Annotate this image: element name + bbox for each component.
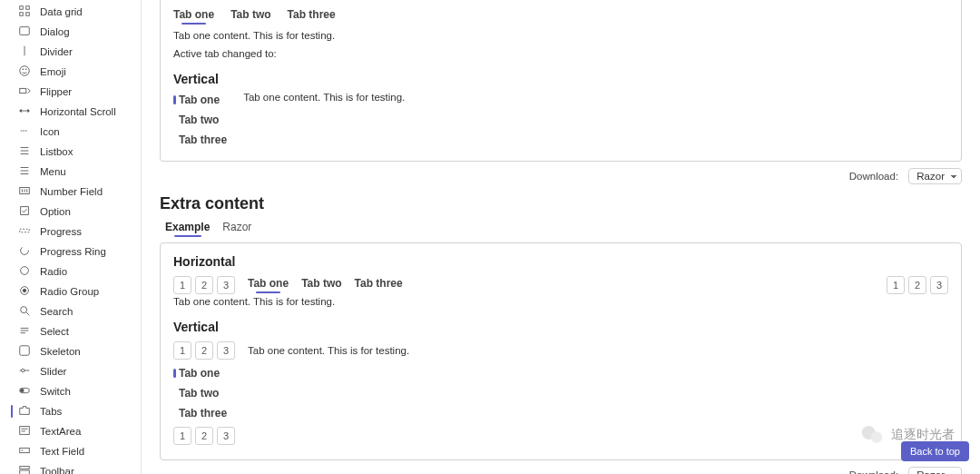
sidebar-item-flipper[interactable]: Flipper [16,83,75,101]
download-row-2: Download: Razor [160,469,962,474]
svg-rect-1 [26,6,30,10]
nav-active-indicator [11,125,13,138]
svg-rect-25 [20,470,30,474]
progress-ring-icon [18,244,31,259]
textarea-icon [18,424,31,439]
extra-vtab-two[interactable]: Tab two [173,387,948,400]
pill-3[interactable]: 3 [217,276,235,294]
svg-point-17 [21,307,27,313]
sidebar-item-label: Icon [40,126,60,137]
menu-icon [18,164,31,179]
select-icon [18,324,31,339]
svg-point-16 [23,289,26,292]
sidebar-item-label: Text Field [40,446,84,457]
sidebar-item-label: Divider [40,46,73,57]
sidebar-item-text-field[interactable]: Text Field [16,442,88,460]
switch-icon [18,384,31,399]
extra-vtab-three[interactable]: Tab three [173,407,948,420]
back-to-top-button[interactable]: Back to top [901,441,969,461]
sidebar-item-progress-ring[interactable]: Progress Ring [16,242,110,261]
sidebar-item-radio-group[interactable]: Radio Group [16,282,103,301]
horizontal-scroll-icon [18,104,31,119]
pill-r2[interactable]: 2 [908,276,926,294]
sidebar-item-switch[interactable]: Switch [16,382,74,400]
listbox-icon [18,144,31,159]
nav-active-indicator [11,185,13,198]
sidebar-item-progress[interactable]: Progress [16,222,85,241]
pill-2[interactable]: 2 [195,276,213,294]
sidebar-item-option[interactable]: Option [16,202,74,221]
pill-1[interactable]: 1 [173,276,191,294]
svg-point-8 [25,69,26,70]
sidebar-item-divider[interactable]: Divider [16,43,76,61]
extra-vertical-heading: Vertical [173,320,948,334]
vtab-two[interactable]: Tab two [173,114,227,126]
vtab-three[interactable]: Tab three [173,133,227,146]
svg-point-14 [21,267,29,275]
sidebar-item-menu[interactable]: Menu [16,163,70,181]
svg-point-21 [21,389,24,392]
sidebar-item-label: Toolbar [40,466,74,474]
sidebar-item-listbox[interactable]: Listbox [16,143,76,161]
svg-rect-23 [20,448,30,452]
sidebar-item-search[interactable]: Search [16,302,76,321]
sidebar-item-label: Progress Ring [40,246,106,257]
tab-three[interactable]: Tab three [288,8,336,25]
sidebar-item-emoji[interactable]: Emoji [16,63,70,81]
toggle-example[interactable]: Example [165,221,210,237]
sidebar-item-label: Search [40,306,73,317]
pill-r3[interactable]: 3 [930,276,948,294]
extra-tab-one[interactable]: Tab one [248,277,289,293]
option-icon [18,204,31,219]
pill-v2-1[interactable]: 1 [173,427,191,445]
pill-v1-2[interactable]: 2 [195,341,213,360]
sidebar-item-radio[interactable]: Radio [16,262,71,281]
download-select[interactable]: Razor [908,168,962,184]
toggle-razor[interactable]: Razor [222,221,251,237]
sidebar-item-label: Dialog [40,26,70,37]
extra-vtab-one[interactable]: Tab one [173,367,948,380]
nav-active-indicator [11,265,13,278]
svg-rect-24 [20,467,30,469]
svg-point-7 [23,69,24,70]
tab-one[interactable]: Tab one [173,8,214,25]
pills-v2: 1 2 3 [173,427,235,445]
download-select-2[interactable]: Razor [908,467,962,474]
extra-content-heading: Extra content [160,194,962,213]
nav-active-indicator [11,165,13,178]
pill-v1-1[interactable]: 1 [173,341,191,360]
tab-two[interactable]: Tab two [230,8,270,25]
emoji-icon [18,64,31,79]
sidebar-item-toolbar[interactable]: Toolbar [16,462,78,474]
pills-right: 1 2 3 [887,276,948,294]
svg-point-6 [20,66,30,76]
sidebar-item-skeleton[interactable]: Skeleton [16,342,84,360]
icon-icon [18,124,31,139]
sidebar-item-icon[interactable]: Icon [16,123,64,141]
extra-tab-three[interactable]: Tab three [355,277,403,293]
extra-tab-two[interactable]: Tab two [301,277,341,293]
vtab-content: Tab one content. This is for testing. [243,92,405,103]
sidebar-item-textarea[interactable]: TextArea [16,422,84,440]
sidebar-item-horizontal-scroll[interactable]: Horizontal Scroll [16,103,120,121]
sidebar-item-label: Menu [40,166,66,177]
nav-active-indicator [11,285,13,298]
pill-v1-3[interactable]: 3 [217,341,235,360]
pill-v2-3[interactable]: 3 [217,427,235,445]
nav-active-indicator [11,65,13,78]
sidebar-item-label: Listbox [40,146,73,157]
sidebar-item-label: Emoji [40,66,66,77]
extra-h-content: Tab one content. This is for testing. [173,296,948,307]
radio-icon [18,264,31,279]
pill-v2-2[interactable]: 2 [195,427,213,445]
nav-active-indicator [11,85,13,98]
search-icon [18,304,31,319]
sidebar-item-data-grid[interactable]: Data grid [16,3,86,21]
sidebar-item-dialog[interactable]: Dialog [16,23,74,41]
pill-r1[interactable]: 1 [887,276,905,294]
vtab-one[interactable]: Tab one [173,94,227,106]
sidebar-item-number-field[interactable]: Number Field [16,183,106,201]
sidebar-item-tabs[interactable]: Tabs [16,402,65,420]
sidebar-item-select[interactable]: Select [16,322,73,341]
sidebar-item-slider[interactable]: Slider [16,362,70,380]
